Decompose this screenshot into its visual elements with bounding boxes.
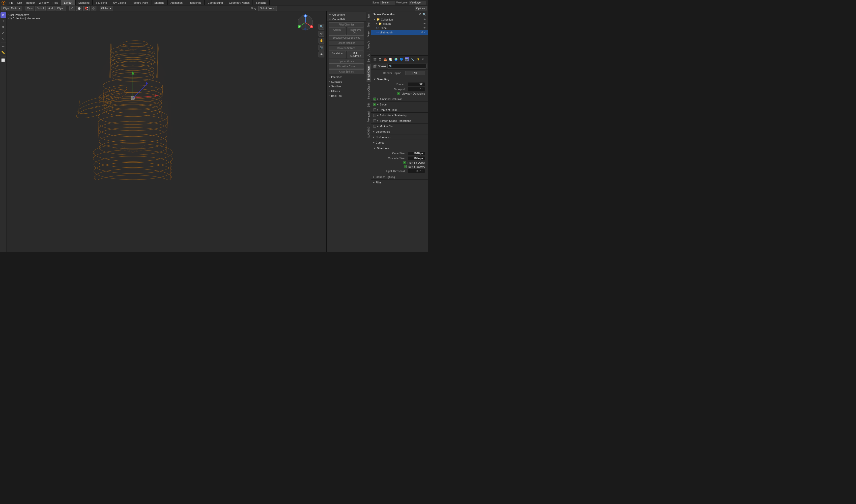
move-tool[interactable]: ✛ — [0, 18, 6, 24]
plane-vis[interactable]: 👁 — [424, 26, 426, 29]
split-vertex-btn[interactable]: Split at Vertex — [329, 59, 364, 64]
transform-tool[interactable]: ⤡ — [0, 36, 6, 41]
object-mode-btn[interactable]: Object Mode ▼ — [1, 6, 22, 11]
nav-visibility[interactable]: 👁 — [319, 52, 324, 57]
tab-item[interactable]: Item — [366, 12, 371, 20]
scale-tool[interactable]: ⤢ — [0, 30, 6, 36]
rotate-tool[interactable]: ↺ — [0, 24, 6, 30]
outliner-search-btn[interactable]: 🔍 — [423, 13, 426, 16]
nav-zoom-in[interactable]: 🔍 — [319, 24, 324, 30]
shadows-header[interactable]: ▼ Shadows — [371, 146, 428, 151]
vilebrequin-vis[interactable]: 👁 — [421, 31, 424, 34]
subdivide-btn[interactable]: Subdivide — [329, 51, 346, 58]
curve-info-header[interactable]: ▼ Curve Info — [327, 12, 366, 17]
tab-autouv[interactable]: AutoUV — [366, 39, 371, 51]
props-output-icon[interactable]: 📤 — [383, 57, 387, 61]
dof-cb[interactable] — [373, 108, 376, 111]
depth-of-field-section[interactable]: ▸ Depth of Field — [371, 107, 428, 113]
viewport-samples-value[interactable]: 16 — [408, 87, 425, 91]
bool-tool-item[interactable]: ▸ Bool Tool — [327, 93, 366, 98]
boolean-splines-btn[interactable]: Boolean Splines — [329, 46, 364, 51]
props-render-icon[interactable]: 🖼 — [378, 57, 382, 61]
props-scene-icon[interactable]: 🎬 — [373, 57, 377, 61]
menu-edit[interactable]: Edit — [15, 0, 24, 5]
props-particles-icon[interactable]: ✨ — [416, 57, 420, 61]
sanitize-item[interactable]: ▸ Sanitize — [327, 84, 366, 89]
motion-blur-cb[interactable] — [373, 125, 376, 128]
render-samples-value[interactable]: 500 — [408, 82, 425, 86]
props-object-icon[interactable]: 📷 — [405, 57, 409, 61]
tab-edit[interactable]: Edit — [366, 101, 371, 109]
tab-scripting[interactable]: Scripting — [253, 0, 270, 5]
tab-layout[interactable]: Layout — [61, 0, 75, 5]
fillet-chamfer-btn[interactable]: Fillet/Chamfer — [329, 22, 364, 27]
discretize-curve-btn[interactable]: Discretize Curve — [329, 64, 364, 69]
ssr-cb[interactable] — [373, 119, 376, 122]
motion-blur-section[interactable]: ▸ Motion Blur — [371, 124, 428, 129]
utilities-item[interactable]: ▸ Utilities — [327, 89, 366, 93]
nav-pan[interactable]: ✋ — [319, 38, 324, 43]
separate-offset-btn[interactable]: Separate Offset/Selected — [329, 35, 364, 40]
array-splines-btn[interactable]: Array Splines — [329, 69, 364, 74]
outliner-vilebrequin[interactable]: 〜 vilebrequin 👁 ✓ — [371, 30, 428, 35]
sampling-header[interactable]: ▼ Sampling — [371, 77, 428, 82]
props-search-box[interactable]: 🔍 — [387, 64, 427, 69]
tab-modeling[interactable]: Modeling — [75, 0, 93, 5]
tab-polygonal[interactable]: Polygonal — [366, 109, 371, 124]
viewport[interactable]: User Perspective (1) Collection | vilebr… — [6, 12, 326, 252]
cube-size-value[interactable]: 2048 px — [408, 151, 425, 155]
add-btn[interactable]: Add — [47, 6, 54, 11]
measure-tool[interactable]: 📏 — [0, 50, 6, 55]
surfaces-item[interactable]: ▸ Surfaces — [327, 79, 366, 84]
high-bit-depth-cb[interactable]: ✓ — [403, 161, 406, 164]
object-btn[interactable]: Object — [55, 6, 66, 11]
tab-sculpting[interactable]: Sculpting — [93, 0, 110, 5]
curve-edit-header[interactable]: ▼ Curve Edit — [327, 17, 366, 22]
sss-cb[interactable] — [373, 114, 376, 117]
props-physics-icon[interactable]: ⚛ — [421, 57, 425, 61]
film-section[interactable]: ▸ Film — [371, 180, 428, 185]
tab-rendering[interactable]: Rendering — [186, 0, 205, 5]
cursor-tool[interactable]: ⊕ — [0, 12, 6, 18]
tab-instant-clean[interactable]: Instant Clean — [366, 82, 371, 101]
intersect-item[interactable]: ▸ Intersect — [327, 74, 366, 79]
props-world-icon[interactable]: 🔵 — [399, 57, 404, 61]
nav-orbit[interactable]: ↺ — [319, 31, 324, 37]
scene-selector[interactable]: Scene — [380, 1, 395, 4]
recursive-off-btn[interactable]: Recursive Off... — [347, 28, 364, 35]
cascade-size-value[interactable]: 1024 px — [408, 156, 425, 160]
add-tab-btn[interactable]: + — [270, 1, 274, 4]
viewlayer-selector[interactable]: ViewLayer — [409, 1, 426, 4]
viewport-shading-solid[interactable]: ⬤ — [76, 6, 82, 11]
menu-help[interactable]: Help — [51, 0, 60, 5]
subsurface-section[interactable]: ▸ Subsurface Scattering — [371, 113, 428, 118]
curves-section[interactable]: ▸ Curves — [371, 140, 428, 145]
nav-camera[interactable]: 📷 — [319, 44, 324, 51]
options-btn[interactable]: Options — [415, 6, 427, 11]
ssr-section[interactable]: ▸ Screen Space Reflections — [371, 118, 428, 124]
select-btn[interactable]: Select — [35, 6, 46, 11]
soft-shadows-cb[interactable]: ✓ — [404, 165, 407, 168]
orientation-btn[interactable]: Global ▼ — [100, 6, 114, 11]
extend-handles-btn[interactable]: Extend Handles — [329, 41, 364, 45]
outliner-collection[interactable]: ▼ 📁 Collection 👁 — [371, 17, 428, 21]
tab-machin3[interactable]: MACHIN3 — [366, 124, 371, 140]
collection-vis[interactable]: 👁 — [424, 18, 426, 21]
viewport-gizmo[interactable]: Z X Y — [297, 14, 316, 34]
snap-btn[interactable]: 🧲 — [83, 6, 90, 11]
add-cube-tool[interactable]: ⬜ — [0, 57, 6, 63]
outliner-filter-btn[interactable]: ⚙ — [419, 13, 422, 16]
tab-shading[interactable]: Shading — [151, 0, 168, 5]
props-modifier-icon[interactable]: 🔧 — [410, 57, 415, 61]
outline-btn[interactable]: Outline — [329, 28, 346, 35]
tab-texture-paint[interactable]: Texture Paint — [129, 0, 151, 5]
menu-file[interactable]: File — [7, 0, 15, 5]
menu-render[interactable]: Render — [24, 0, 37, 5]
props-scene2-icon[interactable]: 🌍 — [394, 57, 398, 61]
indirect-lighting-section[interactable]: ▸ Indirect Lighting — [371, 174, 428, 180]
render-engine-value[interactable]: EEVEE — [405, 71, 425, 75]
ambient-occlusion-cb[interactable]: ✓ — [373, 97, 376, 101]
tab-zen-uv[interactable]: Zen UV — [366, 52, 371, 64]
blender-logo[interactable] — [0, 0, 7, 5]
annotate-tool[interactable]: ✏ — [0, 44, 6, 49]
